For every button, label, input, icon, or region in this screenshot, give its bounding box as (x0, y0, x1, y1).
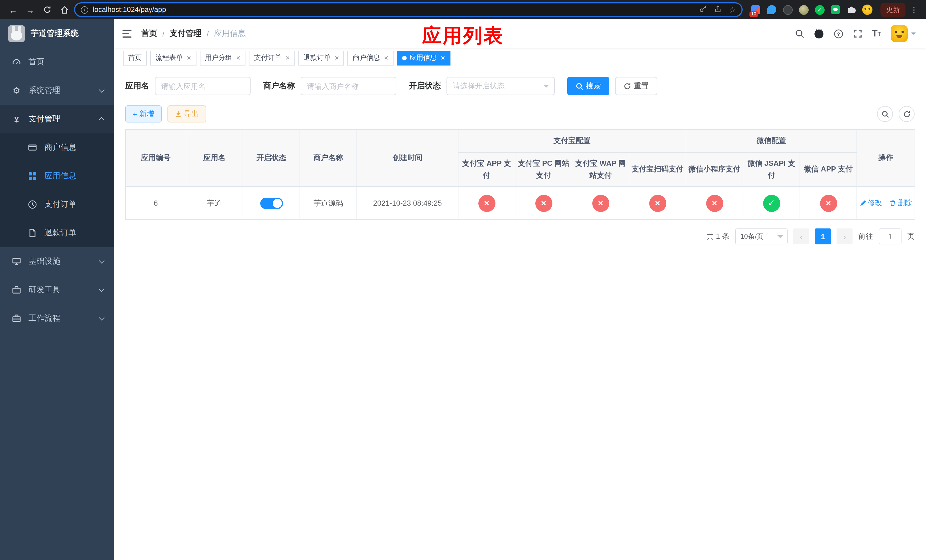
extension-avatar-icon[interactable] (799, 5, 809, 15)
extension-pin-icon[interactable] (767, 5, 777, 15)
navbar-actions: ? TT (795, 25, 926, 42)
help-icon[interactable]: ? (834, 29, 843, 38)
top-navbar: 首页 / 支付管理 / 应用信息 ? (114, 20, 926, 48)
delete-button[interactable]: 删除 (890, 198, 912, 208)
chevron-down-icon (99, 315, 104, 321)
sidebar-item-app-info[interactable]: 应用信息 (0, 162, 114, 190)
alipay-pc-status-icon: × (535, 195, 552, 212)
edit-button[interactable]: 修改 (859, 198, 882, 208)
goto-page-input[interactable] (879, 229, 902, 244)
extensions-puzzle-icon[interactable] (846, 5, 856, 15)
address-bar-actions: ☆ (700, 5, 736, 15)
tab-process-form[interactable]: 流程表单× (150, 50, 196, 65)
cell-status (243, 186, 300, 219)
breadcrumb: 首页 / 支付管理 / 应用信息 (141, 29, 246, 39)
close-icon[interactable]: × (335, 54, 339, 62)
user-avatar (891, 25, 908, 42)
back-icon[interactable]: ← (6, 3, 21, 17)
download-icon (174, 110, 182, 117)
toggle-search-button[interactable] (877, 106, 893, 122)
browser-toolbar: ← → i localhost:1024/pay/app ☆ (0, 0, 926, 20)
page-size-select[interactable]: 10条/页 (735, 229, 788, 244)
bookmark-star-icon[interactable]: ☆ (729, 5, 736, 14)
close-icon[interactable]: × (285, 54, 290, 62)
chevron-down-icon (543, 85, 549, 91)
search-icon[interactable] (795, 29, 804, 38)
extensions-cluster: 10 ✓ (750, 5, 873, 15)
breadcrumb-home[interactable]: 首页 (141, 29, 157, 39)
sidebar-item-system[interactable]: ⚙ 系统管理 (0, 76, 114, 105)
chevron-up-icon (99, 117, 104, 123)
extension-grid-icon[interactable]: 10 (750, 5, 761, 15)
sidebar-item-payment[interactable]: ¥ 支付管理 (0, 105, 114, 133)
col-header-app-id: 应用编号 (126, 130, 186, 186)
cell-merchant: 芋道源码 (300, 186, 357, 219)
forward-icon[interactable]: → (23, 3, 38, 17)
app-logo (8, 25, 25, 42)
chevron-down-icon (99, 87, 104, 92)
extension-check-icon[interactable]: ✓ (814, 5, 825, 15)
grid-icon (27, 171, 38, 180)
col-header-alipay-pc: 支付宝 PC 网站支付 (515, 152, 572, 186)
breadcrumb-payment[interactable]: 支付管理 (170, 29, 201, 39)
tab-pay-order[interactable]: 支付订单× (249, 50, 295, 65)
tab-refund-order[interactable]: 退款订单× (298, 50, 344, 65)
next-page-button[interactable]: › (837, 229, 853, 244)
table-toolbar: + 新增 导出 (125, 105, 915, 123)
sidebar-item-devtools[interactable]: 研发工具 (0, 276, 114, 304)
plus-icon: + (133, 110, 137, 118)
chevron-down-icon (777, 235, 783, 241)
profile-avatar-icon[interactable] (862, 5, 873, 15)
home-icon[interactable] (57, 3, 72, 17)
toolbox-icon (11, 285, 22, 295)
search-button[interactable]: 搜索 (567, 77, 609, 95)
export-button[interactable]: 导出 (167, 105, 206, 123)
browser-update-button[interactable]: 更新 (881, 3, 905, 17)
close-icon[interactable]: × (236, 54, 240, 62)
sidebar-item-home[interactable]: 首页 (0, 48, 114, 76)
add-button[interactable]: + 新增 (125, 105, 162, 123)
browser-menu-icon[interactable]: ⋮ (908, 5, 920, 14)
hamburger-icon[interactable] (114, 29, 141, 38)
close-icon[interactable]: × (187, 54, 191, 62)
close-icon[interactable]: × (441, 54, 445, 62)
reset-button[interactable]: 重置 (615, 77, 657, 95)
app-name-input[interactable] (155, 77, 251, 95)
fullscreen-icon[interactable] (853, 29, 862, 38)
page-1-button[interactable]: 1 (815, 229, 831, 244)
status-toggle[interactable] (260, 197, 283, 209)
password-key-icon[interactable] (700, 5, 708, 15)
page-title: 应用列表 (422, 23, 504, 49)
col-header-wx-jsapi: 微信 JSAPI 支付 (743, 152, 800, 186)
col-header-status: 开启状态 (243, 130, 300, 186)
github-icon[interactable] (814, 29, 824, 39)
tab-merchant-info[interactable]: 商户信息× (348, 50, 393, 65)
refresh-button[interactable] (899, 106, 915, 122)
address-bar[interactable]: i localhost:1024/pay/app ☆ (74, 2, 743, 17)
tab-app-info[interactable]: 应用信息× (397, 50, 450, 65)
prev-page-button[interactable]: ‹ (793, 229, 809, 244)
group-header-wechat: 微信配置 (686, 130, 857, 152)
breadcrumb-current: 应用信息 (214, 29, 246, 39)
user-menu[interactable] (891, 25, 916, 42)
sidebar-item-workflow[interactable]: 工作流程 (0, 304, 114, 333)
merchant-name-input[interactable] (301, 77, 396, 95)
sidebar-item-pay-order[interactable]: 支付订单 (0, 190, 114, 219)
share-icon[interactable] (714, 5, 722, 15)
chevron-down-icon (99, 286, 104, 292)
col-header-alipay-qr: 支付宝扫码支付 (629, 152, 686, 186)
extension-chat-icon[interactable] (830, 5, 841, 15)
wx-jsapi-status-icon: ✓ (763, 195, 780, 212)
extension-dark-icon[interactable] (782, 5, 793, 15)
tab-home[interactable]: 首页 (123, 50, 147, 65)
wx-app-status-icon: × (820, 195, 837, 212)
sidebar-item-merchant-info[interactable]: 商户信息 (0, 133, 114, 162)
tab-user-group[interactable]: 用户分组× (200, 50, 245, 65)
status-select[interactable]: 请选择开启状态 (446, 77, 555, 95)
font-size-icon[interactable]: TT (872, 29, 881, 39)
sidebar-item-refund-order[interactable]: 退款订单 (0, 219, 114, 247)
close-icon[interactable]: × (384, 54, 388, 62)
reload-icon[interactable] (40, 3, 54, 17)
sidebar-item-infrastructure[interactable]: 基础设施 (0, 247, 114, 276)
site-info-icon[interactable]: i (81, 6, 88, 14)
